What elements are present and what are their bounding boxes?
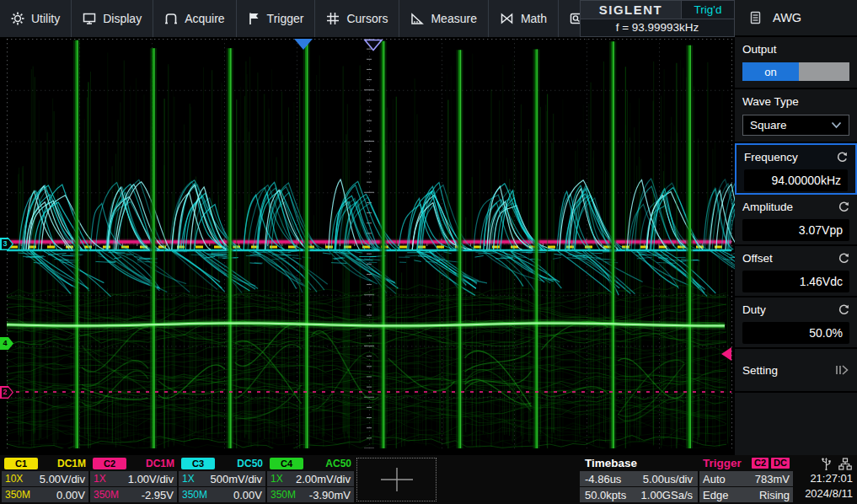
refresh-icon[interactable] [838,304,849,316]
trigger-position-marker[interactable] [294,39,313,50]
menu-utility[interactable]: Utility [0,0,72,37]
timebase-delay: -4.86us [585,473,621,485]
channel4-scale: 2.00mV/div [296,473,351,485]
trigger-coupling-badge: DC [771,458,790,469]
channel2-scale: 1.00V/div [128,473,174,485]
output-toggle[interactable]: on [742,62,849,81]
awg-panel-title: AWG [773,11,801,24]
timebase-samplerate: 1.00GSa/s [641,489,693,501]
channel4-bandwidth: 350M [270,489,296,501]
trigger-title: Trigger [703,457,742,469]
brand-logo: SIGLENT [581,1,682,19]
chevron-down-icon [831,121,842,129]
channel2-badge[interactable]: C2 [93,458,126,469]
menu-measure[interactable]: Measure [399,0,488,37]
frequency-readout: f = 93.99993kHz [581,19,734,37]
waveform-canvas[interactable] [0,39,735,448]
output-label: Output [742,43,849,56]
channel4-probe: 1X [270,473,283,485]
trigger-flag-icon [248,12,260,25]
wave-type-dropdown[interactable]: Square [742,115,849,136]
amplitude-label: Amplitude [742,201,793,213]
trigger-slope: Rising [759,489,790,501]
channel4-coupling: AC50 [303,458,351,469]
offset-label: Offset [742,252,773,265]
plus-icon [378,465,416,494]
timebase-scale: 5.00us/div [643,473,693,485]
frequency-label: Frequency [744,151,798,164]
menu-trigger[interactable]: Trigger [237,0,316,37]
menu-utility-label: Utility [31,12,60,25]
display-icon [83,12,96,25]
menu-display[interactable]: Display [72,0,153,37]
frequency-section[interactable]: Frequency 94.00000kHz [735,143,857,195]
acquire-icon [164,12,178,25]
channel3-probe: 1X [182,473,195,485]
channel2-coupling: DC1M [126,458,174,469]
channel1-coupling: DC1M [38,458,86,469]
waveform-display[interactable] [0,37,735,455]
trigger-level-marker[interactable] [721,347,731,361]
wave-type-value: Square [750,119,787,131]
add-channel-box[interactable] [356,458,437,501]
trigger-level: 783mV [755,473,790,485]
menu-cursors-label: Cursors [346,12,388,25]
channel3-box[interactable]: C3 DC50 1X500mV/div 350M0.00V [179,457,265,502]
menubar: Utility Display Acquire Trigger Cursors … [0,0,580,37]
trigger-type: Edge [703,489,728,501]
channel4-box[interactable]: C4 AC50 1X2.00mV/div 350M-3.90mV [267,457,354,502]
channel3-coupling: DC50 [215,458,263,469]
duty-value[interactable]: 50.0% [742,322,849,344]
menu-math[interactable]: Math [489,0,559,37]
wave-type-label: Wave Type [742,95,849,108]
channel4-badge[interactable]: C4 [270,458,303,469]
clock-box: 21:27:01 2024/8/11 [795,456,855,503]
duty-section[interactable]: Duty 50.0% [735,298,857,349]
awg-panel: Output on Wave Type Square Frequency 94.… [735,37,857,455]
refresh-icon[interactable] [836,152,848,164]
channel3-scale: 500mV/div [211,473,262,485]
output-section: Output on [735,37,857,89]
oscilloscope-screen: Utility Display Acquire Trigger Cursors … [0,0,857,504]
channel1-offset: 0.00V [56,489,85,501]
channel4-offset: -3.90mV [309,489,351,501]
trigger-status: Trig'd [682,3,734,16]
channel1-badge[interactable]: C1 [4,458,38,469]
amplitude-value[interactable]: 3.07Vpp [742,219,849,241]
channel3-offset: 0.00V [233,489,262,501]
refresh-icon[interactable] [838,201,849,213]
clock-date: 2024/8/11 [795,486,855,501]
setting-row[interactable]: Setting [735,349,857,393]
status-bar: C1 DC1M 10X5.00V/div 350M0.00V C2 DC1M 1… [0,455,857,504]
timebase-box[interactable]: Timebase -4.86us5.00us/div 50.0kpts1.00G… [580,456,698,503]
wave-type-section: Wave Type Square [735,89,857,143]
clock-time: 21:27:01 [795,471,855,486]
output-toggle-off[interactable] [799,62,849,81]
offset-section[interactable]: Offset 1.46Vdc [735,246,857,298]
delay-reference-marker[interactable] [363,39,383,51]
amplitude-section[interactable]: Amplitude 3.07Vpp [735,195,857,246]
trigger-mode: Auto [703,473,726,485]
timebase-points: 50.0kpts [585,489,626,501]
channel2-box[interactable]: C2 DC1M 1X1.00V/div 350M-2.95V [90,457,177,502]
channel1-probe: 10X [5,473,23,485]
channel1-box[interactable]: C1 DC1M 10X5.00V/div 350M0.00V [2,457,88,502]
menu-trigger-label: Trigger [267,12,304,25]
channel3-bandwidth: 350M [182,489,207,501]
refresh-icon[interactable] [838,253,849,265]
timebase-title: Timebase [585,457,637,469]
awg-menu-icon [750,11,761,24]
frequency-value[interactable]: 94.00000kHz [744,169,848,191]
trigger-source-badge: C2 [752,458,769,469]
output-toggle-on[interactable]: on [742,62,799,81]
math-icon [500,12,514,25]
awg-panel-header[interactable]: AWG [735,0,857,37]
channel2-bandwidth: 350M [94,489,119,501]
channel1-scale: 5.00V/div [40,473,85,485]
channel3-badge[interactable]: C3 [181,458,215,469]
menu-cursors[interactable]: Cursors [315,0,399,37]
menu-measure-label: Measure [431,12,476,25]
offset-value[interactable]: 1.46Vdc [742,271,849,292]
menu-acquire[interactable]: Acquire [153,0,236,37]
trigger-box[interactable]: Trigger C2 DC Auto783mV EdgeRising [699,456,793,503]
